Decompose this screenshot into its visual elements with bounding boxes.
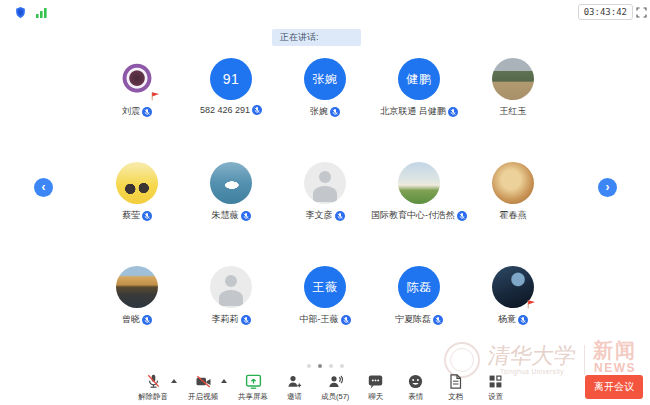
participant-tile[interactable]: 李文彦 — [278, 162, 372, 222]
participant-name: 王红玉 — [500, 105, 527, 118]
toolbar-item-emoji[interactable]: 表情 — [402, 373, 429, 402]
muted-mic-icon — [142, 315, 152, 325]
muted-mic-icon — [241, 211, 251, 221]
participant-tile[interactable]: 霍春燕 — [466, 162, 560, 222]
participant-name: 李莉莉 — [212, 313, 239, 326]
network-signal-icon[interactable] — [35, 6, 48, 19]
members-icon — [327, 373, 344, 390]
toolbar-item-label: 成员(57) — [321, 392, 349, 402]
participant-tile[interactable]: 刘震 — [90, 58, 184, 118]
participant-name: 朱慧薇 — [212, 209, 239, 222]
toolbar-item-share[interactable]: 共享屏幕 — [238, 373, 268, 402]
toolbar-item-camera[interactable]: 开启视频 — [188, 373, 218, 402]
participant-tile[interactable]: 张婉 张婉 — [278, 58, 372, 118]
flag-badge-icon — [150, 91, 160, 101]
invite-icon — [286, 373, 303, 390]
toolbar-item-docs[interactable]: 文档 — [442, 373, 469, 402]
page-dot-1[interactable] — [307, 364, 311, 368]
participant-name: 霍春燕 — [500, 209, 527, 222]
page-dots — [0, 364, 650, 368]
participant-avatar: 王薇 — [304, 266, 346, 308]
screen-share-icon — [245, 373, 262, 390]
participant-tile[interactable]: 朱慧薇 — [184, 162, 278, 222]
emoji-icon — [407, 373, 424, 390]
participant-name: 杨意 — [498, 313, 516, 326]
participant-tile[interactable]: 国际教育中心-付浩然 — [372, 162, 466, 222]
chat-icon — [367, 373, 384, 390]
participant-avatar — [116, 266, 158, 308]
participant-name: 刘震 — [122, 105, 140, 118]
participant-name: 曾晓 — [122, 313, 140, 326]
toolbar-item-invite[interactable]: 邀请 — [281, 373, 308, 402]
participant-tile[interactable]: 王红玉 — [466, 58, 560, 118]
participant-tile[interactable]: 王薇 中部-王薇 — [278, 266, 372, 326]
control-toolbar: 解除静音开启视频共享屏幕邀请成员(57)聊天表情文档设置 — [138, 373, 509, 402]
participant-avatar — [210, 266, 252, 308]
participant-avatar — [210, 162, 252, 204]
flag-badge-icon — [526, 299, 536, 309]
muted-mic-icon — [241, 315, 251, 325]
muted-mic-icon — [518, 315, 528, 325]
participant-name: 国际教育中心-付浩然 — [371, 209, 455, 222]
chevron-up-icon[interactable] — [221, 379, 227, 383]
toolbar-item-label: 聊天 — [368, 392, 383, 402]
watermark-en: Tsinghua University — [500, 368, 564, 375]
prev-page-button[interactable]: ‹ — [34, 178, 53, 197]
participant-avatar: 陈磊 — [398, 266, 440, 308]
participant-avatar: 健鹏 — [398, 58, 440, 100]
participant-tile[interactable]: 曾晓 — [90, 266, 184, 326]
muted-mic-icon — [142, 211, 152, 221]
toolbar-item-label: 开启视频 — [188, 392, 218, 402]
participant-avatar — [116, 162, 158, 204]
watermark-divider — [584, 345, 585, 375]
participant-name: 宁夏陈磊 — [395, 313, 431, 326]
muted-mic-icon — [142, 107, 152, 117]
security-shield-icon[interactable] — [14, 6, 27, 19]
participant-grid: 刘震 91 582 426 291 张婉 — [90, 58, 560, 326]
participant-row: 蔡莹 朱慧薇 — [90, 162, 560, 222]
mic-off-icon — [145, 373, 162, 390]
participant-row: 曾晓 李莉莉 王薇 — [90, 266, 560, 326]
meeting-timer: 03:43:42 — [578, 4, 633, 20]
leave-meeting-button[interactable]: 离开会议 — [585, 375, 643, 399]
participant-tile[interactable]: 蔡莹 — [90, 162, 184, 222]
participant-tile[interactable]: 杨意 — [466, 266, 560, 326]
muted-mic-icon — [335, 211, 345, 221]
speaking-indicator: 正在讲话: — [272, 29, 361, 46]
toolbar-item-unmute[interactable]: 解除静音 — [138, 373, 168, 402]
participant-avatar — [304, 162, 346, 204]
participant-tile[interactable]: 健鹏 北京联通 吕健鹏 — [372, 58, 466, 118]
toolbar-item-label: 解除静音 — [138, 392, 168, 402]
muted-mic-icon — [330, 107, 340, 117]
participant-name: 582 426 291 — [200, 105, 250, 115]
participant-avatar: 91 — [210, 58, 252, 100]
camera-off-icon — [195, 373, 212, 390]
page-dot-3[interactable] — [329, 364, 333, 368]
toolbar-item-label: 共享屏幕 — [238, 392, 268, 402]
participant-name: 蔡莹 — [122, 209, 140, 222]
participant-avatar — [398, 162, 440, 204]
muted-mic-icon — [252, 105, 262, 115]
page-dot-2[interactable] — [318, 364, 322, 368]
toolbar-item-settings[interactable]: 设置 — [482, 373, 509, 402]
participant-tile[interactable]: 91 582 426 291 — [184, 58, 278, 118]
fullscreen-icon[interactable] — [636, 7, 647, 18]
page-dot-4[interactable] — [340, 364, 344, 368]
muted-mic-icon — [433, 315, 443, 325]
next-page-button[interactable]: › — [598, 178, 617, 197]
participant-tile[interactable]: 陈磊 宁夏陈磊 — [372, 266, 466, 326]
participant-name: 张婉 — [310, 105, 328, 118]
toolbar-item-label: 表情 — [408, 392, 423, 402]
toolbar-item-label: 设置 — [488, 392, 503, 402]
muted-mic-icon — [448, 107, 458, 117]
docs-icon — [447, 373, 464, 390]
muted-mic-icon — [341, 315, 351, 325]
participant-tile[interactable]: 李莉莉 — [184, 266, 278, 326]
chevron-up-icon[interactable] — [171, 379, 177, 383]
settings-icon — [487, 373, 504, 390]
toolbar-item-chat[interactable]: 聊天 — [362, 373, 389, 402]
participant-name: 中部-王薇 — [300, 313, 339, 326]
participant-name: 北京联通 吕健鹏 — [380, 105, 446, 118]
toolbar-item-members[interactable]: 成员(57) — [321, 373, 349, 402]
participant-row: 刘震 91 582 426 291 张婉 — [90, 58, 560, 118]
